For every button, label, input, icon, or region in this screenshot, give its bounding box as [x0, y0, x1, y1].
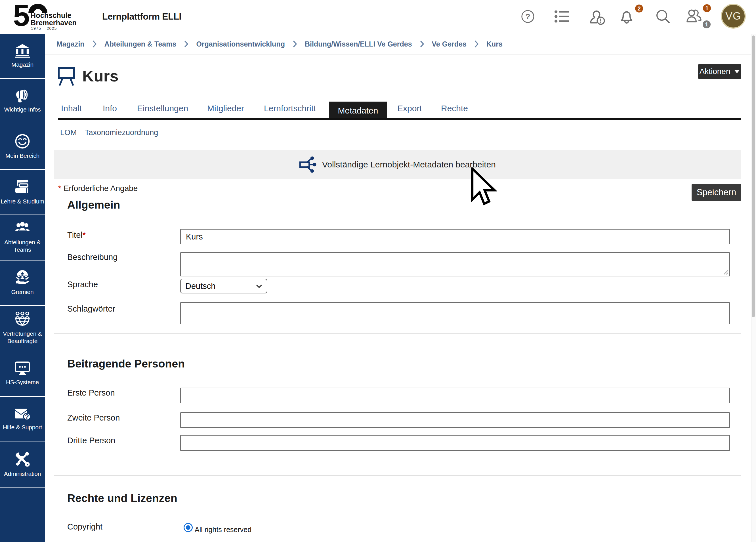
svg-text:Bremerhaven: Bremerhaven [31, 19, 77, 27]
svg-text:1975 – 2025: 1975 – 2025 [31, 26, 57, 31]
svg-text:Hochschule: Hochschule [31, 11, 72, 19]
svg-text:?: ? [525, 12, 530, 21]
svg-text:5: 5 [13, 0, 30, 32]
svg-text:?: ? [25, 413, 29, 420]
